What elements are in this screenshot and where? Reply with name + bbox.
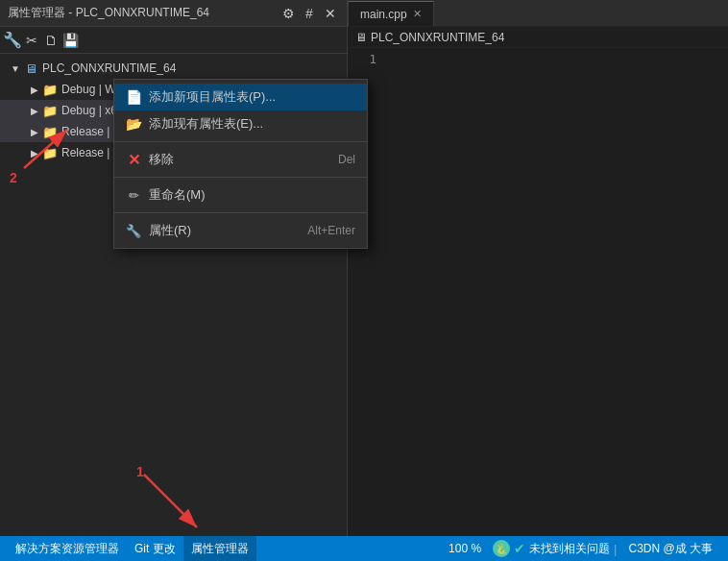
left-panel: 属性管理器 - PLC_ONNXRUNTIME_64 ⚙ # ✕ 🔧 ✂ 🗋 💾… (0, 0, 348, 561)
status-git-changes-label: Git 更改 (134, 541, 176, 557)
menu-separator-1 (114, 141, 367, 142)
menu-item-properties-shortcut: Alt+Enter (307, 224, 355, 237)
tree-debug-win32-icon: 📁 (42, 82, 58, 97)
tree-release-x64-2-icon: 📁 (42, 145, 58, 160)
tree-debug-x64-icon: 📁 (42, 103, 58, 118)
tree-release-x64-1-arrow[interactable]: ▶ (27, 124, 42, 139)
tree-root-label: PLC_ONNXRUNTIME_64 (42, 61, 176, 75)
toolbar-wrench-icon[interactable]: 🔧 (4, 32, 21, 49)
menu-item-remove-shortcut: Del (338, 153, 355, 166)
tree-debug-x64-arrow[interactable]: ▶ (27, 103, 42, 118)
tree-release-x64-1-icon: 📁 (42, 124, 58, 139)
breadcrumb-text: PLC_ONNXRUNTIME_64 (371, 31, 504, 44)
line-number-1: 1 (348, 52, 376, 66)
menu-item-add-existing-label: 添加现有属性表(E)... (149, 115, 355, 133)
tab-main-cpp[interactable]: main.cpp ✕ (348, 1, 434, 26)
menu-item-add-existing[interactable]: 📂 添加现有属性表(E)... (114, 110, 367, 137)
context-menu: 📄 添加新项目属性表(P)... 📂 添加现有属性表(E)... ✕ 移除 De… (113, 79, 368, 249)
status-issues: ✔ 未找到相关问题 (514, 541, 610, 557)
status-zoom: 100 % (441, 542, 489, 555)
rename-icon: ✏ (126, 187, 141, 203)
panel-titlebar: 属性管理器 - PLC_ONNXRUNTIME_64 ⚙ # ✕ (0, 0, 347, 27)
status-git-changes[interactable]: Git 更改 (127, 536, 183, 561)
status-snake-icon: 🐍 (493, 540, 510, 557)
menu-item-add-new-label: 添加新项目属性表(P)... (149, 88, 355, 106)
toolbar-save-icon[interactable]: 💾 (61, 32, 79, 49)
line-numbers: 1 (348, 52, 386, 66)
add-existing-icon: 📂 (126, 116, 141, 132)
status-issues-label: 未找到相关问题 (529, 541, 610, 557)
toolbar-icon-close[interactable]: ✕ (322, 5, 339, 22)
add-new-icon: 📄 (126, 89, 141, 105)
toolbar-scissors-icon[interactable]: ✂ (23, 32, 40, 49)
toolbar-new-icon[interactable]: 🗋 (42, 32, 60, 49)
tree-release-x64-2-arrow[interactable]: ▶ (27, 145, 42, 160)
menu-separator-3 (114, 212, 367, 213)
properties-icon: 🔧 (126, 223, 141, 238)
panel-toolbar: ⚙ # ✕ (279, 5, 339, 22)
menu-item-properties-label: 属性(R) (149, 222, 300, 239)
menu-item-remove[interactable]: ✕ 移除 Del (114, 146, 367, 173)
status-property-manager-label: 属性管理器 (191, 541, 249, 557)
breadcrumb-icon: 🖥 (355, 31, 367, 44)
tab-close-icon[interactable]: ✕ (413, 8, 422, 20)
panel-title: 属性管理器 - PLC_ONNXRUNTIME_64 (8, 5, 274, 21)
menu-item-rename[interactable]: ✏ 重命名(M) (114, 182, 367, 208)
menu-item-rename-label: 重命名(M) (149, 186, 355, 204)
status-solution-explorer-label: 解决方案资源管理器 (15, 541, 119, 557)
status-right-text: C3DN @成 大事 (620, 541, 720, 557)
main-container: 属性管理器 - PLC_ONNXRUNTIME_64 ⚙ # ✕ 🔧 ✂ 🗋 💾… (0, 0, 728, 561)
status-property-manager[interactable]: 属性管理器 (183, 536, 256, 561)
toolbar-icon-pin[interactable]: # (301, 5, 318, 22)
status-divider: | (610, 542, 620, 556)
tab-bar: main.cpp ✕ (348, 0, 728, 27)
tree-root-arrow[interactable]: ▼ (8, 61, 23, 76)
remove-icon: ✕ (126, 152, 141, 167)
tree-debug-win32-arrow[interactable]: ▶ (27, 82, 42, 97)
menu-item-add-new[interactable]: 📄 添加新项目属性表(P)... (114, 84, 367, 110)
menu-separator-2 (114, 177, 367, 178)
toolbar-icon-settings[interactable]: ⚙ (279, 5, 297, 22)
status-check-icon: ✔ (514, 541, 525, 556)
tree-root-icon: 🖥 (23, 61, 38, 76)
menu-item-remove-label: 移除 (149, 151, 330, 168)
code-area[interactable] (386, 52, 728, 66)
tab-main-cpp-label: main.cpp (360, 8, 407, 21)
status-bar: 解决方案资源管理器 Git 更改 属性管理器 100 % 🐍 ✔ 未找到相关问题… (0, 536, 728, 561)
menu-item-properties[interactable]: 🔧 属性(R) Alt+Enter (114, 217, 367, 244)
tree-root[interactable]: ▼ 🖥 PLC_ONNXRUNTIME_64 (0, 58, 347, 79)
status-solution-explorer[interactable]: 解决方案资源管理器 (8, 536, 127, 561)
editor-content: 1 (348, 48, 728, 70)
editor-breadcrumb: 🖥 PLC_ONNXRUNTIME_64 (348, 27, 728, 48)
status-right: 100 % 🐍 ✔ 未找到相关问题 | C3DN @成 大事 (441, 540, 720, 557)
right-panel: main.cpp ✕ 🖥 PLC_ONNXRUNTIME_64 1 (348, 0, 728, 561)
